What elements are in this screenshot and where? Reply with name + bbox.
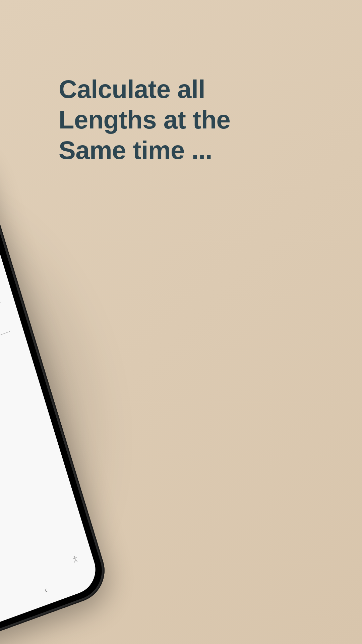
svg-point-0 xyxy=(73,556,75,557)
promo-headline: Calculate all Lengths at the Same time .… xyxy=(59,74,230,166)
headline-line-2: Lengths at the xyxy=(59,105,230,134)
phone-mockup: 800000001 RESET xyxy=(0,120,178,644)
nav-back-icon[interactable] xyxy=(41,584,50,597)
reset-button[interactable]: RESET xyxy=(0,350,4,434)
length-value-field[interactable]: 800000001 xyxy=(0,304,10,399)
headline-line-3: Same time ... xyxy=(59,136,212,164)
headline-line-1: Calculate all xyxy=(59,75,205,103)
